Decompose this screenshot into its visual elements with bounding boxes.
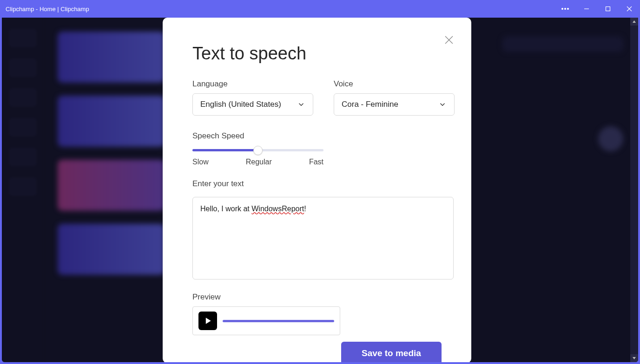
titlebar[interactable]: Clipchamp - Home | Clipchamp: [0, 0, 640, 18]
svg-point-0: [561, 8, 563, 9]
speed-slow: Slow: [192, 158, 209, 166]
play-button[interactable]: [198, 312, 217, 330]
preview-player: [192, 306, 340, 335]
close-icon: [443, 34, 455, 46]
speed-ticks: Slow Regular Fast: [192, 158, 323, 166]
modal-title: Text to speech: [192, 44, 442, 64]
vertical-scrollbar[interactable]: [630, 18, 638, 362]
language-field: Language English (United States): [192, 79, 313, 116]
svg-marker-7: [633, 20, 636, 23]
voice-value: Cora - Feminine: [342, 100, 398, 109]
slider-thumb[interactable]: [253, 146, 263, 155]
cards-blurred: [58, 32, 165, 288]
speed-slider[interactable]: [192, 149, 323, 151]
text-spellerror: WindowsReport: [251, 205, 304, 213]
chevron-down-icon: [438, 100, 447, 109]
svg-point-2: [567, 8, 568, 9]
svg-marker-11: [206, 318, 211, 324]
scroll-down-icon[interactable]: [630, 354, 638, 362]
language-value: English (United States): [200, 100, 281, 109]
chevron-down-icon: [297, 100, 305, 109]
right-blurred: [502, 36, 623, 151]
maximize-button[interactable]: [597, 0, 619, 18]
text-suffix: !: [304, 205, 306, 213]
window-frame: Clipchamp - Home | Clipchamp: [0, 0, 640, 364]
audio-progress[interactable]: [223, 320, 334, 322]
text-input[interactable]: Hello, I work at WindowsReport!: [192, 197, 454, 280]
svg-marker-8: [633, 357, 636, 359]
speed-label: Speech Speed: [192, 131, 442, 141]
language-select[interactable]: English (United States): [192, 93, 313, 116]
sidebar-blurred: [2, 18, 44, 362]
preview-label: Preview: [192, 292, 442, 302]
save-to-media-button[interactable]: Save to media: [341, 342, 442, 362]
speed-fast: Fast: [309, 158, 323, 166]
play-icon: [203, 316, 212, 325]
text-prefix: Hello, I work at: [200, 205, 251, 213]
text-input-label: Enter your text: [192, 179, 442, 188]
scroll-up-icon[interactable]: [630, 18, 638, 26]
language-label: Language: [192, 79, 313, 89]
more-button[interactable]: [554, 0, 576, 18]
app-body: Text to speech Language English (United …: [2, 18, 638, 362]
voice-label: Voice: [334, 79, 455, 89]
voice-field: Voice Cora - Feminine: [334, 79, 455, 116]
close-window-button[interactable]: [619, 0, 640, 18]
voice-select[interactable]: Cora - Feminine: [334, 93, 455, 116]
svg-rect-4: [606, 7, 610, 11]
window-title: Clipchamp - Home | Clipchamp: [6, 6, 89, 13]
slider-fill: [192, 149, 258, 151]
minimize-button[interactable]: [576, 0, 597, 18]
svg-point-1: [564, 8, 566, 9]
text-to-speech-modal: Text to speech Language English (United …: [163, 18, 471, 362]
save-label: Save to media: [362, 348, 421, 358]
speed-regular: Regular: [246, 158, 272, 166]
close-modal-button[interactable]: [443, 34, 455, 46]
